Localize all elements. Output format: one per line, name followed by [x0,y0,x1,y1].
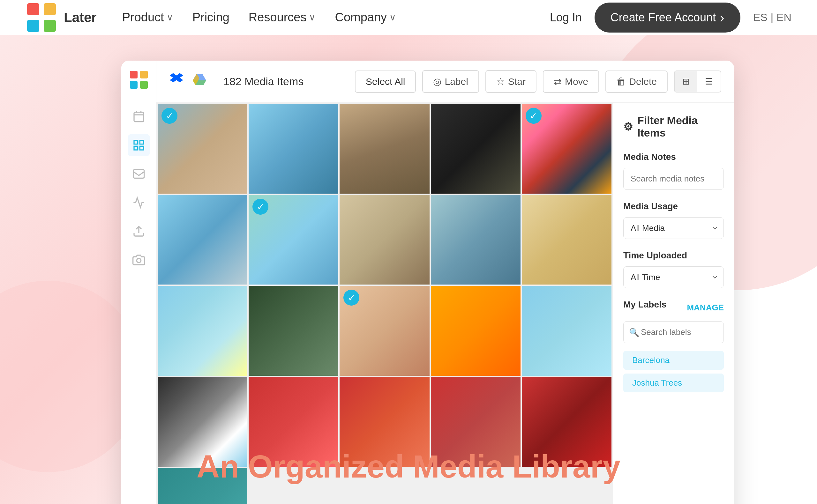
svg-rect-7 [140,81,148,89]
filter-media-notes: Media Notes [623,152,724,190]
nav-links: Product ∨ Pricing Resources ∨ Company ∨ [122,11,396,24]
sidebar-item-analytics[interactable] [128,191,150,214]
svg-rect-4 [130,71,137,78]
sidebar-item-calendar[interactable] [128,105,150,128]
chevron-down-icon: ∨ [167,12,173,23]
logo[interactable]: Later [26,2,97,33]
time-uploaded-label: Time Uploaded [623,250,724,261]
media-check-icon: ✓ [343,290,359,306]
svg-point-18 [137,258,141,263]
labels-header: My Labels MANAGE [623,300,724,315]
app-panel: 182 Media Items Select All ◎ Label ☆ Sta… [121,61,734,504]
svg-rect-12 [134,140,138,144]
grid-filter-row: ✓✓✓✓ ⚙ Filter Media Items Media Notes Me… [156,103,734,504]
logo-text: Later [64,10,97,25]
media-item[interactable]: ✓ [158,104,247,194]
svg-rect-3 [44,20,56,32]
move-button[interactable]: ⇄ Move [543,70,599,93]
delete-button[interactable]: 🗑 Delete [605,70,668,93]
svg-rect-5 [140,71,148,78]
media-item[interactable]: ✓ [339,286,429,375]
star-button[interactable]: ☆ Star [486,70,537,93]
media-item[interactable] [249,286,338,375]
filter-time-uploaded: Time Uploaded All Time Last 7 days Last … [623,250,724,288]
svg-rect-0 [27,3,39,15]
media-item[interactable] [158,195,247,285]
chevron-down-icon: ∨ [389,12,396,23]
list-view-button[interactable]: ☰ [697,71,721,92]
labels-search-wrap: 🔍 [623,321,724,343]
nav-pricing[interactable]: Pricing [192,11,229,24]
svg-rect-8 [134,112,144,122]
label-barcelona[interactable]: Barcelona [623,351,724,370]
toolbar: 182 Media Items Select All ◎ Label ☆ Sta… [156,61,734,103]
sidebar-item-media[interactable] [128,134,150,156]
media-check-icon: ✓ [526,108,542,124]
media-item[interactable] [431,286,521,375]
media-item[interactable] [431,104,521,194]
media-item[interactable] [339,104,429,194]
svg-rect-16 [133,170,144,178]
media-item[interactable] [431,195,521,285]
filter-labels: My Labels MANAGE 🔍 Barcelona Joshua Tree… [623,300,724,394]
filter-panel: ⚙ Filter Media Items Media Notes Media U… [613,103,734,504]
svg-rect-1 [44,3,56,15]
chevron-down-icon: ∨ [309,12,316,23]
filter-title: ⚙ Filter Media Items [623,114,724,139]
login-button[interactable]: Log In [550,11,582,24]
google-drive-icon[interactable] [191,72,207,92]
select-all-button[interactable]: Select All [355,70,416,93]
toolbar-actions: Select All ◎ Label ☆ Star ⇄ Move 🗑 [355,70,721,93]
svg-rect-15 [140,146,144,150]
filter-media-usage: Media Usage All Media Used Unused [623,201,724,239]
my-labels-label: My Labels [623,300,666,310]
svg-rect-2 [27,20,39,32]
media-grid: ✓✓✓✓ [156,103,613,504]
create-account-button[interactable]: Create Free Account › [595,3,740,33]
media-notes-input[interactable] [623,168,724,190]
svg-rect-14 [134,146,138,150]
sidebar-item-inbox[interactable] [128,163,150,185]
media-item[interactable]: ✓ [522,104,612,194]
sidebar-logo-icon [129,70,148,89]
language-switcher[interactable]: ES | EN [753,11,791,24]
lang-en[interactable]: EN [776,11,791,23]
label-joshua-trees[interactable]: Joshua Trees [623,374,724,392]
move-icon: ⇄ [554,76,562,87]
label-button[interactable]: ◎ Label [422,70,479,93]
media-notes-label: Media Notes [623,152,724,162]
content-area: 182 Media Items Select All ◎ Label ☆ Sta… [156,61,734,504]
media-check-icon: ✓ [252,199,268,215]
media-item[interactable] [522,195,612,285]
main-area: 182 Media Items Select All ◎ Label ☆ Sta… [0,35,817,504]
media-item[interactable] [158,286,247,375]
media-item[interactable] [339,195,429,285]
label-icon: ◎ [433,76,442,87]
lang-es[interactable]: ES [753,11,768,23]
media-item[interactable] [522,286,612,375]
manage-labels-link[interactable]: MANAGE [687,303,724,313]
dropbox-icon[interactable] [169,72,185,92]
sidebar-item-upload[interactable] [128,220,150,242]
svg-rect-6 [130,81,137,89]
view-toggle: ⊞ ☰ [674,70,721,93]
navbar-right: Log In Create Free Account › ES | EN [550,3,791,33]
media-item[interactable]: ✓ [249,195,338,285]
grid-view-button[interactable]: ⊞ [675,71,697,92]
navbar-left: Later Product ∨ Pricing Resources ∨ Comp… [26,2,396,33]
nav-product[interactable]: Product ∨ [122,11,173,24]
sidebar-item-camera[interactable] [128,249,150,271]
media-check-icon: ✓ [161,108,177,124]
nav-company[interactable]: Company ∨ [335,11,396,24]
nav-resources[interactable]: Resources ∨ [249,11,316,24]
star-icon: ☆ [496,76,505,87]
search-icon: 🔍 [629,327,639,337]
time-uploaded-select[interactable]: All Time Last 7 days Last 30 days Last 3… [623,266,724,288]
sidebar [121,61,156,504]
svg-rect-13 [140,140,144,144]
cloud-storage-icons [169,72,207,92]
page-headline: An Organized Media Library [0,448,817,485]
media-usage-select[interactable]: All Media Used Unused [623,217,724,239]
media-usage-label: Media Usage [623,201,724,211]
media-item[interactable] [249,104,338,194]
